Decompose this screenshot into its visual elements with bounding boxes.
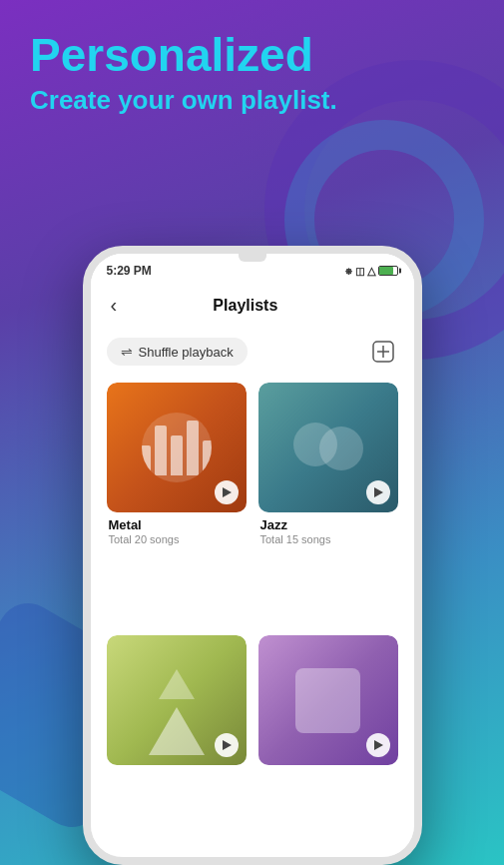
playlist-card-3[interactable] — [107, 635, 247, 849]
status-icons-right: ⎈ ◫ △ — [345, 265, 398, 278]
shuffle-bar: ⇌ Shuffle playback — [91, 329, 414, 375]
wifi-icon: △ — [367, 265, 375, 278]
playlist-card-metal[interactable]: Metal Total 20 songs — [107, 383, 247, 623]
shuffle-icon: ⇌ — [121, 344, 133, 360]
playlist-thumb-3 — [107, 635, 247, 765]
playlist-name-metal: Metal — [109, 517, 245, 532]
playlist-name-jazz: Jazz — [260, 517, 396, 532]
nav-title: Playlists — [121, 297, 369, 315]
playlist-thumb-4 — [258, 635, 398, 765]
add-icon — [372, 341, 394, 363]
playlist-thumb-jazz — [258, 383, 398, 512]
square-art — [295, 668, 360, 733]
shuffle-label: Shuffle playback — [139, 345, 234, 360]
promo-subtitle: Create your own playlist. — [30, 85, 337, 116]
battery-icon — [378, 266, 398, 276]
playlist-thumb-metal — [107, 383, 247, 512]
bluetooth-icon: ⎈ — [345, 265, 352, 277]
metal-art — [142, 413, 212, 482]
play-badge-metal[interactable] — [215, 480, 239, 504]
playlist-card-4[interactable] — [258, 635, 398, 849]
add-playlist-button[interactable] — [368, 337, 398, 367]
gallery-icon: ◫ — [355, 266, 364, 277]
play-badge-3[interactable] — [215, 733, 239, 757]
promo-header: Personalized Create your own playlist. — [30, 30, 337, 116]
back-button[interactable]: ‹ — [107, 290, 122, 321]
play-badge-4[interactable] — [366, 733, 390, 757]
triangle-art — [149, 669, 205, 755]
playlist-count-jazz: Total 15 songs — [260, 533, 396, 545]
promo-title: Personalized — [30, 30, 337, 81]
playlists-grid: Metal Total 20 songs Jazz Tot — [91, 375, 414, 857]
playlist-card-jazz[interactable]: Jazz Total 15 songs — [258, 383, 398, 623]
nav-bar: ‹ Playlists — [91, 282, 414, 329]
play-badge-jazz[interactable] — [366, 480, 390, 504]
jazz-art — [293, 423, 363, 472]
playlist-count-metal: Total 20 songs — [109, 533, 245, 545]
phone-notch — [239, 254, 266, 262]
status-time: 5:29 PM — [107, 264, 152, 278]
app-screen: 5:29 PM ⎈ ◫ △ ‹ Playlists ⇌ Shuffle play… — [91, 254, 414, 857]
phone-mockup: 5:29 PM ⎈ ◫ △ ‹ Playlists ⇌ Shuffle play… — [83, 246, 422, 865]
shuffle-button[interactable]: ⇌ Shuffle playback — [107, 338, 248, 366]
